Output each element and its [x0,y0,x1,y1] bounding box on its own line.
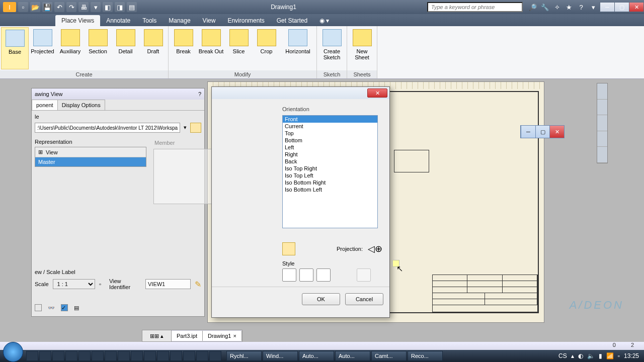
orientation-item-right[interactable]: Right [283,151,377,158]
panel-header[interactable]: awing View ? [32,88,204,100]
cancel-button[interactable]: Cancel [345,293,383,305]
draft-button[interactable]: Draft [139,27,167,69]
view-cube-button[interactable] [282,242,295,255]
browse-button[interactable] [190,123,201,133]
orientation-item-iso-br[interactable]: Iso Bottom Right [283,179,377,186]
tab-tools[interactable]: Tools [136,15,163,26]
projection-icon[interactable]: ◁⊕ [368,243,382,254]
help-search-input[interactable] [427,2,523,12]
tab-annotate[interactable]: Annotate [100,15,136,26]
ql-icon[interactable] [157,351,169,361]
ql-icon[interactable] [78,351,91,361]
ql-icon[interactable] [39,351,51,361]
child-close-button[interactable]: ✕ [549,126,564,138]
help-icon[interactable]: ? [576,3,586,12]
orientation-item-front[interactable]: Front [283,116,377,123]
orientation-list[interactable]: Front Current Top Bottom Left Right Back… [282,115,378,228]
style-shaded-icon[interactable] [316,268,331,282]
child-minimize-button[interactable]: ─ [521,126,535,138]
section-button[interactable]: Section [84,27,112,69]
ql-icon[interactable] [209,351,221,361]
qat-icon[interactable]: ▤ [127,2,137,12]
start-button[interactable] [3,342,23,362]
projected-button[interactable]: Projected [29,27,56,69]
task-button[interactable]: Auto... [299,351,334,361]
doc-tab-drawing1[interactable]: Drawing1× [203,331,242,341]
ql-icon[interactable] [26,351,38,361]
style-hidden-icon[interactable] [282,268,296,282]
orientation-item-top[interactable]: Top [283,130,377,137]
option-icon[interactable]: ▤ [74,305,79,311]
doc-tab-part3[interactable]: Part3.ipt [172,331,203,341]
tab-extra-icon[interactable]: ◉ ▾ [313,15,335,26]
tray-network-icon[interactable]: 📶 [606,352,614,359]
save-icon[interactable]: 💾 [42,2,52,12]
scale-select[interactable]: 1 : 1 [53,279,95,289]
tab-get-started[interactable]: Get Started [271,15,313,26]
open-icon[interactable]: 📂 [30,2,40,12]
orientation-item-back[interactable]: Back [283,158,377,165]
detail-button[interactable]: Detail [112,27,139,69]
tray-icon[interactable]: 🔈 [587,352,595,359]
task-button[interactable]: Wind... [263,351,298,361]
panel-help-icon[interactable]: ? [198,91,201,97]
redo-icon[interactable]: ↷ [66,2,76,12]
file-path-input[interactable] [35,123,180,133]
tray-arrow-icon[interactable]: ▴ [571,352,574,359]
print-icon[interactable]: 🖶 [78,2,89,12]
tab-display-options[interactable]: Display Options [57,100,105,110]
navigation-bar[interactable] [597,83,608,163]
tab-component[interactable]: ponent [32,100,58,110]
new-sheet-button[interactable]: New Sheet [348,27,376,69]
close-button[interactable]: ✕ [629,2,644,12]
task-button[interactable]: Camt... [371,351,407,361]
break-button[interactable]: Break [170,27,197,69]
task-button[interactable]: Auto... [335,351,370,361]
tab-manage[interactable]: Manage [163,15,196,26]
qat-icon[interactable]: ◧ [103,2,113,12]
horizontal-button[interactable]: Horizontal [280,27,315,69]
lang-indicator[interactable]: CS [558,352,567,359]
checkbox[interactable]: ✓ [61,304,68,311]
ql-icon[interactable] [131,351,143,361]
rep-item-master[interactable]: Master [35,157,146,166]
task-button[interactable]: Reco... [408,351,443,361]
wrench-icon[interactable]: 🔧 [540,3,550,12]
orientation-item-iso-tr[interactable]: Iso Top Right [283,165,377,172]
clock[interactable]: 13:25 [624,352,639,359]
file-dropdown-icon[interactable]: ▾ [182,123,188,133]
checkbox[interactable] [35,304,42,311]
dialog-titlebar[interactable]: ✕ [212,87,389,99]
nav-home-icon[interactable] [597,83,607,100]
break-out-button[interactable]: Break Out [197,27,225,69]
tab-view[interactable]: View [197,15,222,26]
undo-icon[interactable]: ↶ [54,2,64,12]
tray-icon[interactable]: ◐ [578,352,583,359]
ql-icon[interactable] [170,351,182,361]
create-sketch-button[interactable]: Create Sketch [318,27,346,69]
dropdown-icon[interactable]: ▾ [588,3,598,12]
auxiliary-button[interactable]: Auxiliary [56,27,84,69]
ql-icon[interactable] [118,351,130,361]
qat-icon[interactable]: ▾ [91,2,101,12]
ql-icon[interactable] [105,351,117,361]
ok-button[interactable]: OK [302,293,340,305]
ql-icon[interactable] [92,351,104,361]
ql-icon[interactable] [52,351,64,361]
qat-icon[interactable]: ◨ [115,2,125,12]
minimize-button[interactable]: ─ [600,2,615,12]
orientation-item-left[interactable]: Left [283,144,377,151]
edit-label-icon[interactable]: ✎ [195,280,201,289]
tab-environments[interactable]: Environments [221,15,270,26]
nav-orbit-icon[interactable] [597,131,607,147]
tab-close-icon[interactable]: × [233,333,236,339]
star-icon[interactable]: ★ [564,3,574,12]
representation-list[interactable]: ⊞View Master [35,147,146,167]
orientation-item-iso-bl[interactable]: Iso Bottom Left [283,186,377,193]
tray-battery-icon[interactable]: ▮ [599,352,602,359]
slice-button[interactable]: Slice [225,27,253,69]
app-menu-icon[interactable]: I [3,2,16,12]
maximize-button[interactable]: ▢ [614,2,629,12]
tab-grip-icon[interactable]: ⊞⊞ ▴ [142,330,172,341]
orientation-item-bottom[interactable]: Bottom [283,137,377,144]
